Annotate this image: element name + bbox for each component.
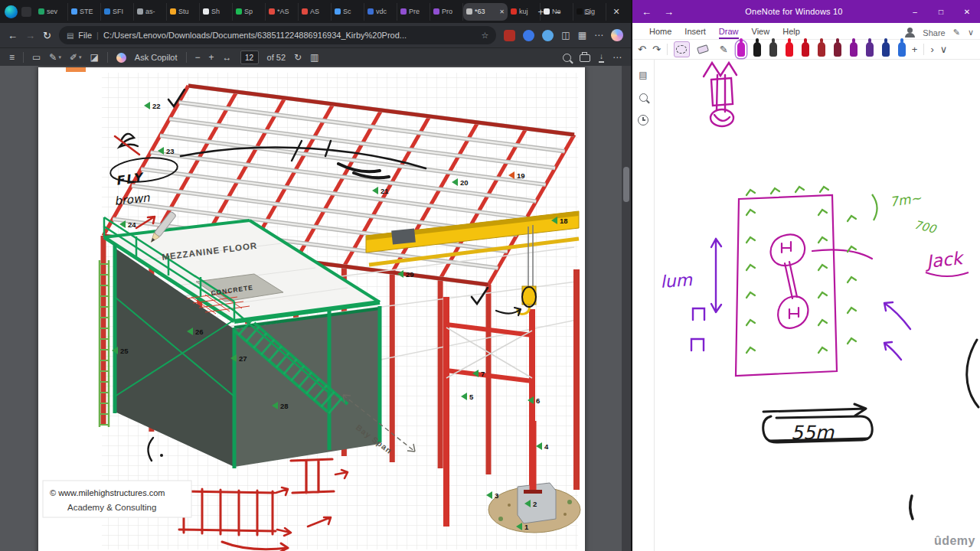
forward-button[interactable]: → — [25, 30, 35, 41]
tab-close-icon[interactable]: ✕ — [499, 8, 505, 15]
fit-width-button[interactable]: ↔ — [223, 52, 232, 63]
browser-tab[interactable]: kuj — [508, 3, 541, 21]
copilot-icon — [116, 53, 126, 63]
highlight-tool-button[interactable]: ✐ ▾ — [70, 52, 82, 63]
undo-button[interactable]: ↶ — [638, 44, 646, 55]
address-bar[interactable]: ▤ File | C:/Users/Lenovo/Downloads/Docum… — [59, 26, 496, 44]
ink-pen[interactable] — [802, 42, 809, 57]
rotate-button[interactable]: ↻ — [294, 52, 302, 63]
draw-tool-button[interactable]: ✎ ▾ — [49, 52, 61, 63]
tab-view[interactable]: View — [752, 27, 770, 39]
save-icon[interactable]: ↓ — [599, 52, 604, 63]
tab-draw[interactable]: Draw — [719, 27, 739, 39]
back-button[interactable]: ← — [8, 30, 18, 41]
browser-tab[interactable]: *AS — [266, 3, 299, 21]
eraser-tool[interactable] — [696, 42, 710, 57]
add-pen-button[interactable]: + — [912, 44, 918, 55]
share-button[interactable]: Share — [923, 28, 945, 37]
note-canvas[interactable]: lum Jack 7m~ 700 55m ûdemy — [655, 60, 980, 551]
screen: sevSTESFIas-StuShSp*ASASScvdcPrePro*63✕k… — [0, 0, 980, 551]
browser-tab[interactable]: Pre — [397, 3, 430, 21]
browser-tab[interactable]: as- — [134, 3, 167, 21]
chevron-down-icon: ▾ — [79, 54, 82, 60]
browser-tab[interactable]: sev — [35, 3, 68, 21]
maximize-button[interactable]: □ — [928, 8, 954, 16]
ink-pen[interactable] — [866, 42, 874, 57]
browser-tab[interactable]: STE — [68, 3, 101, 21]
zoom-in-button[interactable]: + — [209, 52, 214, 63]
select-tool-button[interactable]: ▭ — [32, 52, 41, 63]
tab-label: Pre — [409, 8, 426, 15]
tab-label: Sh — [211, 8, 229, 15]
pdf-scrollbar[interactable] — [622, 66, 631, 551]
forward-button[interactable]: → — [664, 6, 674, 18]
ink-pen[interactable] — [898, 42, 906, 57]
browser-tab[interactable]: AS — [299, 3, 332, 21]
tab-help[interactable]: Help — [782, 27, 800, 39]
browser-tab[interactable]: SFI — [101, 3, 134, 21]
tab-insert[interactable]: Insert — [684, 27, 706, 39]
pen-mode-icon[interactable]: ✎ — [953, 28, 960, 37]
gallery-expand-icon[interactable]: ∨ — [940, 44, 948, 55]
tab-home[interactable]: Home — [649, 27, 671, 39]
close-button[interactable]: ✕ — [954, 8, 980, 16]
browser-tab[interactable]: Pro — [430, 3, 463, 21]
more-options-icon[interactable]: ⋯ — [612, 52, 622, 63]
notebooks-icon[interactable]: ▤ — [639, 70, 647, 80]
ink-pen[interactable] — [753, 42, 761, 57]
tab-favicon — [511, 8, 517, 15]
ask-copilot-button[interactable]: Ask Copilot — [135, 53, 178, 62]
ink-pen[interactable] — [850, 42, 858, 57]
cropped-heading — [66, 67, 86, 72]
gallery-scroll-right-icon[interactable]: › — [930, 44, 933, 55]
draw-with-mouse-tool[interactable]: ✎ — [717, 42, 731, 57]
page-number-input[interactable]: 12 — [240, 51, 259, 64]
scrollbar-thumb[interactable] — [623, 167, 629, 202]
collections-icon[interactable]: ▦ — [578, 30, 586, 41]
tab-favicon — [433, 8, 439, 15]
ink-pen[interactable] — [769, 42, 777, 57]
browser-tab[interactable]: Stu — [167, 3, 200, 21]
browser-tab[interactable]: vdc — [364, 3, 397, 21]
split-screen-icon[interactable]: ◫ — [561, 30, 570, 41]
search-icon[interactable] — [639, 93, 648, 102]
browser-tab[interactable]: *63✕ — [463, 3, 508, 21]
lasso-select-tool[interactable] — [674, 41, 690, 57]
browser-tab[interactable]: Sc — [332, 3, 364, 21]
new-tab-button[interactable]: + — [537, 6, 544, 18]
print-icon[interactable] — [580, 54, 590, 62]
redo-button[interactable]: ↷ — [652, 44, 661, 55]
tab-label: kuj — [519, 8, 537, 15]
refresh-button[interactable]: ↻ — [43, 30, 51, 41]
extension-icon-sky[interactable] — [542, 30, 554, 41]
ublock-extension-icon[interactable] — [504, 30, 515, 41]
browser-tab[interactable]: Sp — [233, 3, 266, 21]
ink-pen[interactable] — [737, 42, 745, 57]
copilot-icon[interactable] — [611, 29, 623, 41]
highlight-icon: ✐ — [70, 52, 77, 63]
back-button[interactable]: ← — [642, 6, 652, 18]
browser-tab[interactable]: Sh — [200, 3, 233, 21]
ink-pen[interactable] — [882, 42, 890, 57]
extension-icon-blue[interactable] — [523, 30, 534, 41]
minimize-button[interactable]: – — [544, 0, 573, 23]
search-icon[interactable] — [563, 54, 571, 62]
tab-actions-icon[interactable] — [21, 7, 31, 17]
edge-logo-icon[interactable] — [5, 5, 18, 18]
maximize-button[interactable]: □ — [573, 0, 602, 23]
ink-jack-underline — [926, 272, 969, 276]
close-button[interactable]: ✕ — [602, 0, 631, 23]
ink-pen[interactable] — [818, 42, 825, 57]
page-view-button[interactable]: ▥ — [310, 52, 318, 63]
ribbon-collapse-icon[interactable]: ∨ — [968, 28, 974, 37]
favorite-star-icon[interactable]: ☆ — [481, 31, 488, 41]
toc-button[interactable]: ≡ — [9, 52, 15, 63]
svg-text:26: 26 — [195, 328, 204, 336]
minimize-button[interactable]: – — [902, 8, 928, 16]
erase-tool-button[interactable]: ◪ — [90, 52, 99, 63]
ink-pen[interactable] — [834, 42, 841, 57]
ink-pen[interactable] — [786, 42, 793, 57]
zoom-out-button[interactable]: − — [195, 52, 201, 63]
recent-notes-icon[interactable] — [638, 115, 648, 126]
more-menu-icon[interactable]: ⋯ — [594, 30, 603, 41]
